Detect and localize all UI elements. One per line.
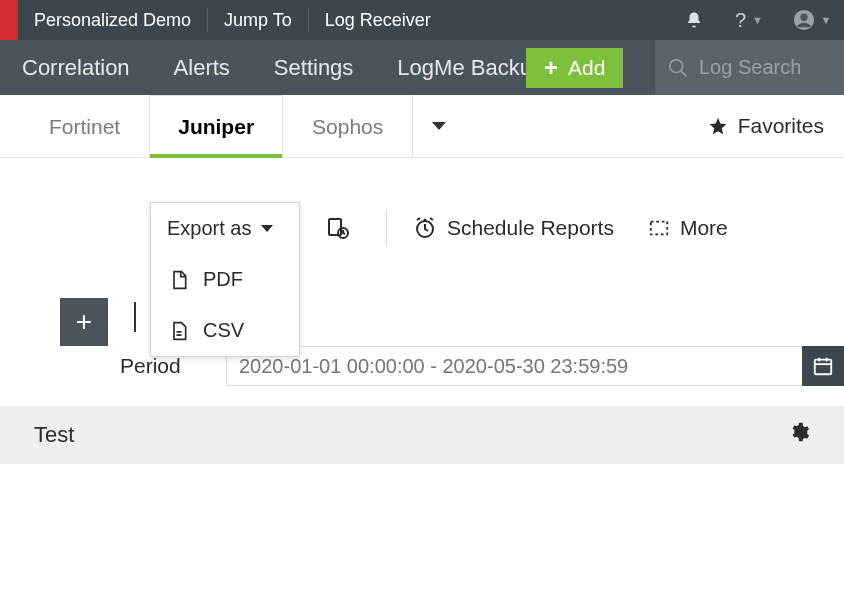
export-pdf-label: PDF <box>203 268 243 291</box>
search-icon <box>667 57 689 79</box>
export-csv-label: CSV <box>203 319 244 342</box>
user-menu[interactable]: ▼ <box>780 9 844 31</box>
svg-rect-8 <box>651 222 668 235</box>
csv-file-icon <box>169 321 189 341</box>
search-input[interactable] <box>699 56 819 79</box>
more-button[interactable]: More <box>648 212 728 244</box>
svg-rect-9 <box>815 360 832 375</box>
more-label: More <box>680 216 728 240</box>
chevron-down-icon <box>432 122 446 130</box>
navbar: Correlation Alerts Settings LogMe Backup… <box>0 40 844 95</box>
favorites-button[interactable]: Favorites <box>688 95 844 157</box>
calendar-icon <box>812 355 834 377</box>
nav-settings[interactable]: Settings <box>252 40 376 95</box>
search-wrap[interactable] <box>655 40 844 95</box>
toolbar-area: Schedule Reports More Export as PDF CSV <box>0 158 844 298</box>
period-input-wrap <box>226 346 810 386</box>
svg-point-7 <box>424 219 427 222</box>
tab-fortinet[interactable]: Fortinet <box>20 95 149 157</box>
add-button[interactable]: + Add <box>526 48 623 88</box>
gear-icon <box>788 421 810 443</box>
panel-title: Test <box>34 422 74 448</box>
brand-accent <box>0 0 18 40</box>
more-icon <box>648 217 670 239</box>
chevron-down-icon <box>261 225 273 232</box>
panel-header: Test <box>0 406 844 464</box>
panel-settings-button[interactable] <box>788 421 810 449</box>
history-button[interactable] <box>326 212 360 244</box>
add-filter-button[interactable]: + <box>60 298 108 346</box>
svg-point-1 <box>800 14 807 21</box>
plus-icon: + <box>544 54 558 82</box>
tabs-overflow[interactable] <box>412 95 464 157</box>
topbar: Personalized Demo Jump To Log Receiver ?… <box>0 0 844 40</box>
period-label: Period <box>120 354 181 378</box>
calendar-button[interactable] <box>802 346 844 386</box>
period-area: + Period <box>0 298 844 376</box>
pdf-file-icon <box>169 270 189 290</box>
svg-point-2 <box>670 59 683 72</box>
schedule-reports-button[interactable]: Schedule Reports <box>413 212 614 244</box>
chevron-down-icon: ▼ <box>821 14 832 26</box>
alarm-clock-icon <box>413 216 437 240</box>
tabbar: Fortinet Juniper Sophos Favorites <box>0 95 844 158</box>
svg-line-3 <box>681 70 687 76</box>
cursor-stub <box>134 302 136 332</box>
help-label: ? <box>735 9 746 32</box>
nav-correlation[interactable]: Correlation <box>0 40 152 95</box>
plus-icon: + <box>76 306 92 338</box>
log-receiver-link[interactable]: Log Receiver <box>309 0 447 40</box>
notifications-icon[interactable] <box>670 11 718 29</box>
svg-rect-4 <box>329 219 341 235</box>
add-label: Add <box>568 56 605 80</box>
separator <box>386 210 387 246</box>
help-menu[interactable]: ? ▼ <box>719 9 779 32</box>
star-icon <box>708 116 728 136</box>
export-label: Export as <box>167 217 251 240</box>
schedule-label: Schedule Reports <box>447 216 614 240</box>
export-pdf-option[interactable]: PDF <box>151 254 299 305</box>
export-dropdown: Export as PDF CSV <box>150 202 300 357</box>
export-csv-option[interactable]: CSV <box>151 305 299 356</box>
jump-to-link[interactable]: Jump To <box>208 0 308 40</box>
favorites-label: Favorites <box>738 114 824 138</box>
nav-alerts[interactable]: Alerts <box>152 40 252 95</box>
tab-sophos[interactable]: Sophos <box>283 95 412 157</box>
chevron-down-icon: ▼ <box>752 14 763 26</box>
personalized-demo-link[interactable]: Personalized Demo <box>18 0 207 40</box>
report-history-icon <box>326 216 350 240</box>
export-as-button[interactable]: Export as <box>151 203 299 254</box>
period-input[interactable] <box>227 355 809 378</box>
tab-juniper[interactable]: Juniper <box>149 95 283 157</box>
